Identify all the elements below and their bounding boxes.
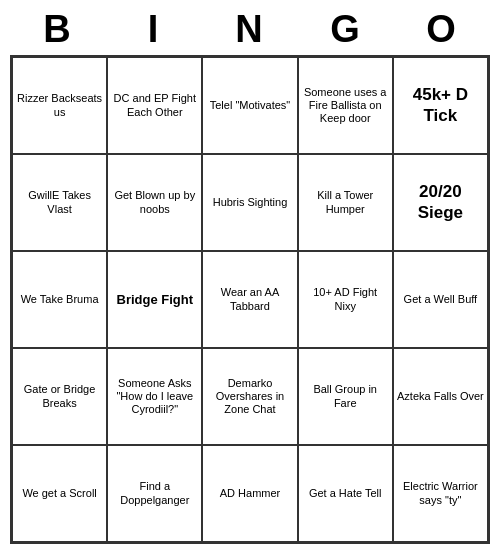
- title-n: N: [202, 8, 298, 51]
- bingo-cell-12[interactable]: Wear an AA Tabbard: [202, 251, 297, 348]
- bingo-cell-19[interactable]: Azteka Falls Over: [393, 348, 488, 445]
- bingo-cell-16[interactable]: Someone Asks "How do I leave Cyrodiil?": [107, 348, 202, 445]
- bingo-cell-21[interactable]: Find a Doppelganger: [107, 445, 202, 542]
- bingo-cell-14[interactable]: Get a Well Buff: [393, 251, 488, 348]
- bingo-cell-24[interactable]: Electric Warrior says "ty": [393, 445, 488, 542]
- bingo-cell-2[interactable]: Telel "Motivates": [202, 57, 297, 154]
- bingo-cell-1[interactable]: DC and EP Fight Each Other: [107, 57, 202, 154]
- bingo-cell-13[interactable]: 10+ AD Fight Nixy: [298, 251, 393, 348]
- title-b: B: [10, 8, 106, 51]
- bingo-cell-10[interactable]: We Take Bruma: [12, 251, 107, 348]
- bingo-cell-18[interactable]: Ball Group in Fare: [298, 348, 393, 445]
- bingo-cell-17[interactable]: Demarko Overshares in Zone Chat: [202, 348, 297, 445]
- bingo-cell-20[interactable]: We get a Scroll: [12, 445, 107, 542]
- bingo-cell-6[interactable]: Get Blown up by noobs: [107, 154, 202, 251]
- title-o: O: [394, 8, 490, 51]
- bingo-cell-3[interactable]: Someone uses a Fire Ballista on Keep doo…: [298, 57, 393, 154]
- bingo-cell-4[interactable]: 45k+ D Tick: [393, 57, 488, 154]
- bingo-cell-15[interactable]: Gate or Bridge Breaks: [12, 348, 107, 445]
- bingo-cell-5[interactable]: GwillE Takes Vlast: [12, 154, 107, 251]
- bingo-cell-11[interactable]: Bridge Fight: [107, 251, 202, 348]
- title-g: G: [298, 8, 394, 51]
- bingo-cell-9[interactable]: 20/20 Siege: [393, 154, 488, 251]
- title-i: I: [106, 8, 202, 51]
- bingo-cell-22[interactable]: AD Hammer: [202, 445, 297, 542]
- bingo-title: B I N G O: [10, 0, 490, 55]
- bingo-cell-7[interactable]: Hubris Sighting: [202, 154, 297, 251]
- bingo-cell-0[interactable]: Rizzer Backseats us: [12, 57, 107, 154]
- bingo-cell-23[interactable]: Get a Hate Tell: [298, 445, 393, 542]
- bingo-cell-8[interactable]: Kill a Tower Humper: [298, 154, 393, 251]
- bingo-grid: Rizzer Backseats usDC and EP Fight Each …: [10, 55, 490, 544]
